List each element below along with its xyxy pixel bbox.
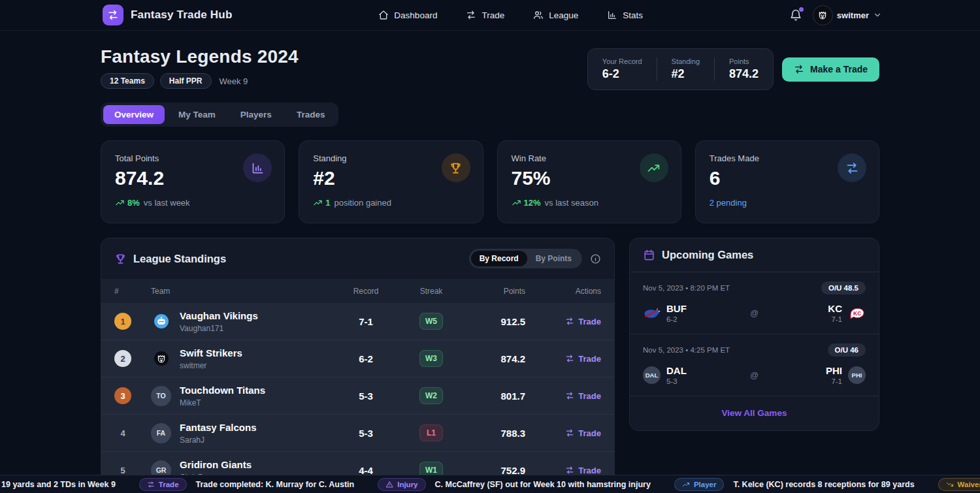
home-team-record: 7-1 [826,377,842,385]
stat-card-trades-made: Trades Made 6 2 pending [695,140,879,223]
toggle-by-record[interactable]: By Record [471,251,527,266]
ticker-text: C. McCaffrey (SF) out for Week 10 with h… [435,480,651,489]
ticker-item: Injury C. McCaffrey (SF) out for Week 10… [378,478,651,491]
ticker-item: Trade Trade completed: K. Murray for C. … [139,478,354,491]
team-logo-initials: PHI [848,366,866,384]
away-team-abbr: DAL [666,365,687,376]
chart-icon [243,153,272,182]
team-avatar-mascot [151,349,171,369]
teams-badge: 12 Teams [101,73,154,89]
nav-item-trade[interactable]: Trade [466,10,504,20]
stat-note: vs last season [545,198,598,208]
over-under-badge: O/U 46 [828,343,866,357]
info-icon [590,253,601,264]
row-trade-button[interactable]: Trade [542,391,601,401]
rank-badge: 1 [114,313,131,330]
notification-dot [799,7,804,12]
streak-badge: L1 [419,424,443,441]
calendar-icon [643,249,655,261]
week-label: Week 9 [220,76,248,86]
team-avatar-initials: FA [151,423,171,443]
stat-card-standing: Standing #2 1 position gained [299,140,483,223]
row-trade-button[interactable]: Trade [542,354,601,364]
team-name: Gridiron Giants [180,459,252,471]
top-nav: Fantasy Trade Hub Dashboard Trade League… [0,0,980,31]
page-header: Fantasy Legends 2024 12 Teams Half PPR W… [101,46,879,90]
stat-card-win-rate: Win Rate 75% 12% vs last season [497,140,681,223]
main-nav: Dashboard Trade League Stats [233,10,789,20]
trade-arrows-icon [565,391,574,400]
over-under-badge: O/U 48.5 [821,281,866,294]
team-record: 4-4 [333,465,399,476]
trade-icon [147,481,155,488]
nav-item-stats[interactable]: Stats [607,10,643,20]
at-symbol: @ [721,308,787,318]
nav-item-league[interactable]: League [533,10,578,20]
row-trade-button[interactable]: Trade [542,317,601,326]
team-points: 912.5 [464,316,542,327]
team-logo-initials: DAL [643,366,661,384]
team-points: 752.9 [464,465,542,476]
home-team-abbr: KC [828,303,842,314]
team-name: Swift Strikers [180,347,242,359]
row-trade-button[interactable]: Trade [542,466,601,475]
home-icon [378,10,389,20]
ticker-badge-player: Player [674,478,725,491]
trendup-icon [640,153,668,182]
team-avatar-robot [151,311,171,332]
tab-players[interactable]: Players [229,105,283,124]
news-ticker: 19 yards and 2 TDs in Week 9 Trade Trade… [0,475,980,493]
tab-trades[interactable]: Trades [286,105,336,124]
stat-delta: 8% [115,198,140,208]
stat-note: 2 pending [710,198,747,208]
at-symbol: @ [721,370,787,380]
notifications-button[interactable] [789,8,802,22]
trade-icon [466,10,476,20]
row-trade-button[interactable]: Trade [542,428,601,438]
users-icon [533,10,544,20]
team-points: 788.3 [464,428,542,439]
league-standings-panel: League Standings By Record By Points # T… [101,238,615,490]
standings-title: League Standings [133,253,226,265]
upcoming-title: Upcoming Games [662,249,753,261]
streak-badge: W5 [419,313,443,330]
home-team-record: 7-1 [828,315,842,323]
nav-item-dashboard[interactable]: Dashboard [378,10,437,20]
ticker-badge-waiver: Waiver [938,478,980,491]
stat-cards: Total Points 874.2 8% vs last week Stand… [101,140,879,223]
team-owner: switmer [180,361,242,370]
user-menu[interactable]: switmer [813,5,882,25]
make-trade-button[interactable]: Make a Trade [782,57,879,82]
view-all-games: View All Games [630,396,879,430]
team-name: Vaughan Vikings [180,310,258,322]
stat-note: position gained [334,198,391,208]
tab-overview[interactable]: Overview [103,105,165,124]
game-row: Nov 5, 2023 • 4:25 PM ET O/U 46 DAL DAL … [630,334,879,396]
rank-badge: 3 [114,387,131,404]
away-team-record: 5-3 [666,377,687,385]
trend-up-icon [313,198,323,208]
rank-badge: 2 [114,350,131,367]
toggle-by-points[interactable]: By Points [527,251,580,266]
trade-arrows-icon [565,317,574,326]
stat-note: vs last week [144,198,190,208]
upcoming-games-panel: Upcoming Games Nov 5, 2023 • 8:20 PM ET … [629,238,879,431]
away-team-abbr: BUF [666,303,687,314]
team-avatar-initials: TO [151,386,171,406]
team-record: 5-3 [333,390,399,402]
tab-my-team[interactable]: My Team [167,105,227,124]
view-all-games-link[interactable]: View All Games [722,408,787,418]
ticker-text: T. Kelce (KC) records 8 receptions for 8… [733,480,914,489]
bills-logo [643,304,661,322]
stat-delta: 12% [512,198,541,208]
standings-sort-toggle: By Record By Points [469,249,582,268]
chevron-down-icon [873,10,882,20]
info-button[interactable] [590,253,601,264]
app-logo[interactable] [103,5,123,25]
ticker-badge-trade: Trade [139,478,187,491]
trade-arrows-icon [794,64,804,74]
summary-standing: Standing #2 [657,57,714,81]
chart-icon [607,10,617,20]
streak-badge: W3 [419,350,443,367]
home-team-abbr: PHI [826,365,842,376]
